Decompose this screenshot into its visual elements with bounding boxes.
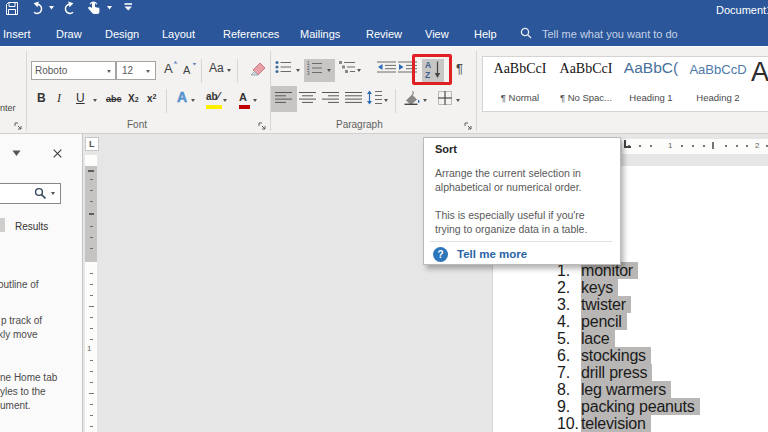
svg-text:3: 3 (307, 71, 310, 75)
svg-text:A: A (183, 64, 191, 76)
svg-text:A: A (164, 61, 173, 75)
